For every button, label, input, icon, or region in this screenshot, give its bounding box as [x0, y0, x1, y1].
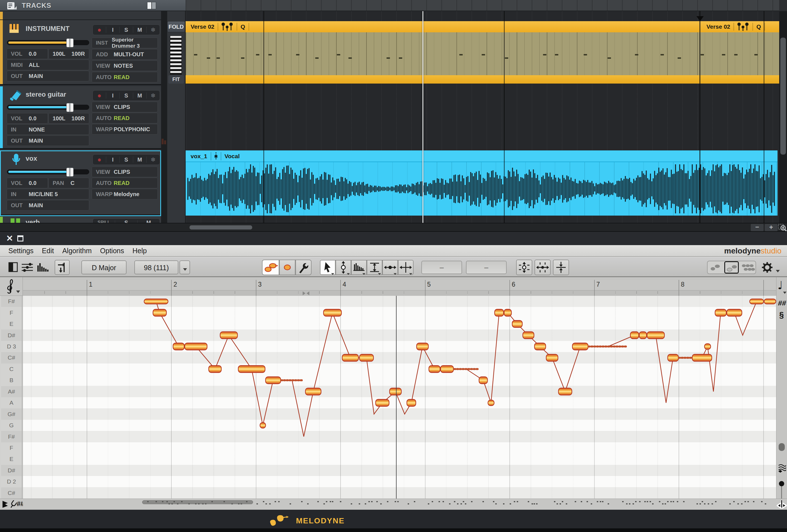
mode-multi-icon[interactable] [742, 264, 755, 272]
mode-selected-frame[interactable] [724, 261, 739, 273]
pitch-label-3[interactable]: D# [1, 330, 22, 341]
track-verb[interactable]: verb SPILL S M [0, 217, 161, 223]
single-blob-tool[interactable] [279, 260, 295, 275]
automation-field[interactable]: AUTOREAD [92, 178, 158, 188]
note-blob[interactable] [265, 377, 281, 384]
pitch-label-13[interactable]: F [1, 442, 22, 454]
note-blob[interactable] [429, 365, 440, 372]
note-blob[interactable] [417, 343, 428, 350]
view-field[interactable]: VIEWNOTES [92, 61, 158, 71]
tuning-fork-icon[interactable] [10, 500, 17, 509]
mute-button[interactable]: M [133, 27, 146, 33]
mute-button[interactable]: M [133, 92, 146, 98]
note-blob[interactable] [704, 344, 711, 349]
panel-toggle-icon[interactable] [147, 2, 157, 9]
collapsed-track[interactable] [0, 11, 161, 20]
menu-help[interactable]: Help [132, 247, 147, 255]
note-blob[interactable] [376, 399, 389, 406]
pitch-label-8[interactable]: A# [1, 386, 22, 397]
note-assignment-tool[interactable] [262, 260, 279, 275]
record-arm-button[interactable]: ● [93, 157, 106, 163]
time-readout[interactable]: – [466, 261, 507, 274]
zoom-in-button[interactable]: + [765, 224, 778, 231]
view-field[interactable]: VIEWCLIPS [92, 167, 158, 177]
view-field[interactable]: VIEWCLIPS [92, 102, 158, 112]
slider-handle[interactable] [66, 39, 73, 47]
clip-name[interactable]: Verse 02 [187, 23, 218, 30]
pitch-label-10[interactable]: G# [1, 408, 22, 420]
note-blob[interactable] [153, 309, 166, 316]
collapse-button[interactable] [553, 260, 569, 275]
bar-ruler[interactable]: 12345678 [23, 280, 776, 296]
volume-field[interactable]: VOL0.0 [7, 178, 48, 188]
editor-vscroll-thumb[interactable] [779, 443, 785, 451]
cycle-end-marker[interactable] [306, 291, 309, 295]
note-blob[interactable] [323, 309, 341, 316]
note-blob[interactable] [764, 299, 776, 304]
note-value-icon[interactable]: ♩ [778, 279, 783, 292]
volume-field[interactable]: VOL0.0 [7, 48, 48, 59]
mode-notes-icon[interactable] [710, 264, 722, 271]
note-blob[interactable] [572, 343, 588, 350]
pitch-label-5[interactable]: C# [1, 352, 22, 363]
solo-button[interactable]: S [119, 157, 133, 163]
note-blobs[interactable] [23, 296, 776, 498]
clef-selector[interactable] [0, 277, 23, 296]
gear-dropdown-caret[interactable] [776, 270, 780, 272]
pitch-label-4[interactable]: D 3 [1, 341, 22, 352]
note-blob[interactable] [488, 400, 494, 405]
melodyne-playhead[interactable] [396, 296, 397, 498]
pitch-label-7[interactable]: B [1, 375, 22, 386]
note-blob[interactable] [715, 309, 726, 316]
pitch-label-15[interactable]: D# [1, 465, 22, 476]
pitch-tool-button[interactable] [336, 260, 351, 275]
editor-hscroll-thumb[interactable] [142, 500, 253, 504]
record-arm-button[interactable]: ● [93, 27, 106, 33]
pitch-label-9[interactable]: A [1, 397, 22, 408]
autoscroll-button[interactable] [55, 260, 70, 275]
note-blob[interactable] [512, 320, 522, 328]
note-blob[interactable] [389, 388, 401, 395]
editor-hscrollbar[interactable] [23, 498, 776, 509]
clip-vocal[interactable]: vox_1 Vocal [186, 150, 778, 216]
solo-button[interactable]: S [119, 27, 133, 33]
spill-button[interactable]: SPILL [93, 220, 115, 223]
pitch-label-17[interactable]: C# [1, 487, 22, 499]
menu-settings[interactable]: Settings [8, 247, 34, 255]
time-handle-tool-button[interactable] [398, 260, 413, 275]
panel-toggle-icon[interactable] [8, 262, 19, 273]
note-blob[interactable] [260, 423, 265, 428]
warp-field[interactable]: WARPMelodyne [92, 189, 158, 199]
note-blob[interactable] [305, 388, 321, 395]
vzoom-knob[interactable] [779, 481, 784, 486]
clip-verse[interactable]: Verse 02 Q Verse 02 Q [186, 21, 779, 84]
solo-button[interactable]: S [115, 220, 137, 223]
note-blob[interactable] [558, 388, 572, 395]
flag-icon[interactable] [2, 501, 8, 508]
clip-header[interactable]: Verse 02 Q Verse 02 Q [186, 21, 779, 32]
pan-field[interactable]: 100L100R [48, 48, 89, 59]
close-icon[interactable]: ✕ [6, 235, 13, 242]
track-guitar[interactable]: stereo guitar ● I S M ❄ VOL0.0 100L100R … [0, 86, 161, 149]
cycle-start-marker[interactable] [303, 291, 305, 295]
note-blob[interactable] [639, 332, 646, 339]
slider-handle[interactable] [66, 168, 73, 177]
wrench-tool[interactable] [295, 260, 312, 275]
note-blob[interactable] [668, 354, 678, 361]
input-monitor-button[interactable]: I [106, 92, 119, 98]
note-blob[interactable] [220, 332, 237, 339]
note-blob[interactable] [479, 377, 487, 384]
pan-field[interactable]: PANC [48, 178, 89, 188]
output-field[interactable]: OUTMAIN [7, 200, 89, 210]
note-grid[interactable] [23, 296, 776, 498]
note-blob[interactable] [692, 354, 712, 361]
pitch-label-12[interactable]: F# [1, 431, 22, 442]
clip-quantize-button[interactable]: Q [237, 23, 248, 30]
clip-name[interactable]: vox_1 [187, 153, 211, 160]
pitch-label-16[interactable]: D 2 [1, 476, 22, 487]
arr-vscrollbar[interactable] [779, 11, 787, 223]
freeze-button[interactable]: ❄ [146, 92, 160, 98]
mini-keyboard-zoom[interactable] [170, 36, 182, 75]
cycle-ruler[interactable] [23, 290, 776, 296]
note-blob[interactable] [144, 299, 168, 304]
